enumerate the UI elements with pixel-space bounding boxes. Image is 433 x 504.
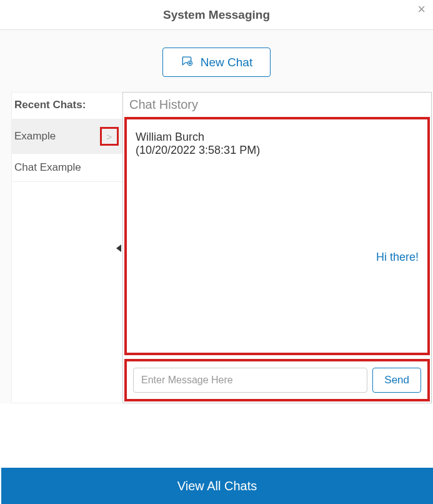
modal-header: System Messaging ×	[0, 0, 433, 30]
chat-history-area: William Burch (10/20/2022 3:58:31 PM) Hi…	[124, 117, 430, 355]
sidebar-item-example[interactable]: Example >	[12, 119, 122, 154]
close-icon[interactable]: ×	[417, 3, 426, 16]
chevron-right-icon[interactable]: >	[100, 127, 119, 146]
sidebar-item-label: Example	[14, 130, 56, 143]
sidebar-title: Recent Chats:	[12, 93, 122, 119]
chat-plus-icon	[181, 54, 193, 70]
new-chat-label: New Chat	[201, 56, 252, 69]
sidebar-item-label: Chat Example	[14, 161, 81, 174]
message-author: William Burch	[136, 131, 419, 144]
chat-panel: Chat History William Burch (10/20/2022 3…	[122, 92, 432, 403]
message-timestamp: (10/20/2022 3:58:31 PM)	[136, 144, 419, 157]
collapse-sidebar-icon[interactable]	[116, 244, 121, 252]
chat-history-title: Chat History	[123, 93, 431, 117]
sidebar-item-chat-example[interactable]: Chat Example	[12, 154, 122, 182]
view-all-chats-button[interactable]: View All Chats	[1, 468, 433, 504]
message-compose-area: Send	[124, 359, 430, 401]
top-bar: New Chat	[0, 30, 433, 92]
new-chat-button[interactable]: New Chat	[162, 48, 271, 77]
modal-title: System Messaging	[163, 8, 270, 22]
message-text: Hi there!	[376, 251, 419, 264]
send-button[interactable]: Send	[372, 368, 421, 393]
view-all-chats-label: View All Chats	[177, 479, 257, 493]
main-content: Recent Chats: Example > Chat Example Cha…	[0, 92, 433, 403]
message-input[interactable]	[133, 368, 367, 393]
recent-chats-sidebar: Recent Chats: Example > Chat Example	[11, 92, 122, 403]
